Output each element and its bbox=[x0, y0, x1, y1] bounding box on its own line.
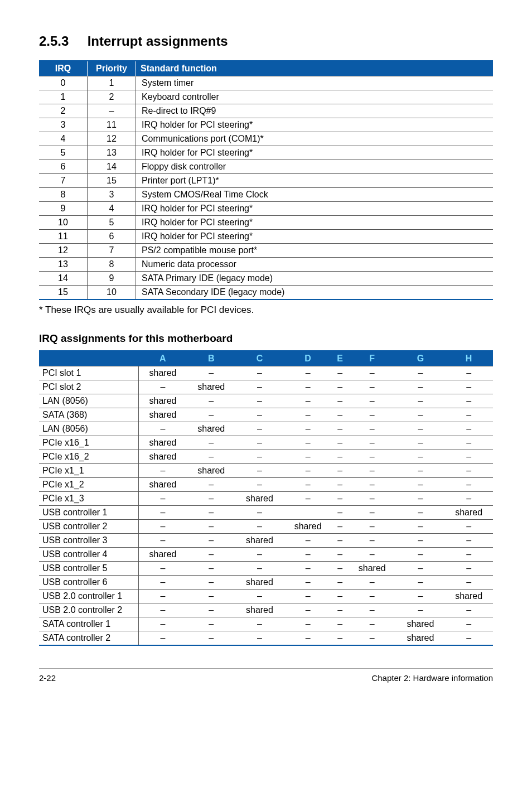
assign-cell: – bbox=[235, 380, 284, 394]
assign-cell: – bbox=[332, 492, 347, 506]
assign-cell: – bbox=[444, 450, 493, 464]
table-row: USB 2.0 controller 1–––––––shared bbox=[39, 590, 493, 603]
table-row: USB 2.0 controller 2––shared––––– bbox=[39, 603, 493, 617]
row-label: PCIe x1_1 bbox=[39, 464, 138, 478]
table-row: USB controller 2–––shared–––– bbox=[39, 520, 493, 534]
function-cell: PS/2 compatible mouse port* bbox=[136, 244, 494, 258]
assign-cell: – bbox=[332, 394, 347, 408]
assign-cell: – bbox=[235, 506, 284, 520]
assign-cell: – bbox=[444, 492, 493, 506]
assign-cell: – bbox=[332, 380, 347, 394]
assign-cell: – bbox=[348, 450, 396, 464]
assign-cell: shared bbox=[235, 603, 284, 617]
assign-cell: – bbox=[396, 380, 445, 394]
assign-cell: – bbox=[444, 534, 493, 548]
priority-cell: 12 bbox=[88, 132, 136, 146]
assign-cell: – bbox=[348, 492, 396, 506]
row-label: USB controller 3 bbox=[39, 534, 138, 548]
section-title: Interrupt assignments bbox=[88, 33, 228, 49]
assign-cell: – bbox=[187, 617, 235, 631]
function-cell: IRQ holder for PCI steering* bbox=[136, 216, 494, 230]
assign-cell: – bbox=[332, 534, 347, 548]
table-row: USB controller 1––––––shared bbox=[39, 506, 493, 520]
assign-cell: – bbox=[332, 366, 347, 380]
assign-cell: – bbox=[332, 590, 347, 603]
assign-cell: shared bbox=[444, 590, 493, 603]
assign-cell: – bbox=[348, 548, 396, 562]
function-cell: System CMOS/Real Time Clock bbox=[136, 188, 494, 202]
irq-cell: 12 bbox=[39, 244, 88, 258]
subheading: IRQ assignments for this motherboard bbox=[39, 332, 493, 345]
assign-cell: – bbox=[138, 631, 187, 646]
assign-cell: – bbox=[396, 478, 445, 492]
irq-cell: 7 bbox=[39, 174, 88, 188]
assign-cell: – bbox=[235, 408, 284, 422]
assign-cell: – bbox=[187, 394, 235, 408]
row-label: USB controller 6 bbox=[39, 576, 138, 590]
assign-cell: – bbox=[284, 576, 332, 590]
assign-cell: – bbox=[444, 562, 493, 576]
assign-cell: – bbox=[332, 617, 347, 631]
priority-cell: 7 bbox=[88, 244, 136, 258]
assign-cell: – bbox=[284, 562, 332, 576]
assign-cell: shared bbox=[138, 408, 187, 422]
row-label: LAN (8056) bbox=[39, 394, 138, 408]
assign-cell: – bbox=[396, 506, 445, 520]
assign-cell: – bbox=[332, 408, 347, 422]
row-label: USB controller 5 bbox=[39, 562, 138, 576]
priority-cell: – bbox=[88, 104, 136, 118]
assign-cell: – bbox=[187, 450, 235, 464]
assign-cell: – bbox=[284, 450, 332, 464]
assign-cell: – bbox=[284, 617, 332, 631]
priority-cell: 14 bbox=[88, 160, 136, 174]
assign-cell: – bbox=[138, 464, 187, 478]
table-row: 149SATA Primary IDE (legacy mode) bbox=[39, 272, 493, 286]
assign-cell: – bbox=[444, 603, 493, 617]
assign-cell: shared bbox=[187, 380, 235, 394]
function-cell: IRQ holder for PCI steering* bbox=[136, 118, 494, 132]
table-row: 2–Re-direct to IRQ#9 bbox=[39, 104, 493, 118]
row-label: PCIe x1_3 bbox=[39, 492, 138, 506]
assign-cell: – bbox=[332, 520, 347, 534]
irq-cell: 11 bbox=[39, 230, 88, 244]
irq-cell: 8 bbox=[39, 188, 88, 202]
function-cell: SATA Primary IDE (legacy mode) bbox=[136, 272, 494, 286]
assign-header-col: E bbox=[332, 351, 347, 366]
assign-cell: – bbox=[348, 394, 396, 408]
table-row: 412Communications port (COM1)* bbox=[39, 132, 493, 146]
irq-cell: 9 bbox=[39, 202, 88, 216]
assign-table: ABCDEFGH PCI slot 1shared–––––––PCI slot… bbox=[39, 350, 493, 646]
assign-cell: – bbox=[332, 548, 347, 562]
assign-cell: shared bbox=[138, 548, 187, 562]
assign-cell: – bbox=[284, 380, 332, 394]
assign-cell: – bbox=[187, 631, 235, 646]
assign-cell: – bbox=[332, 631, 347, 646]
assign-cell: shared bbox=[235, 576, 284, 590]
irq-header-func: Standard function bbox=[136, 61, 494, 76]
assign-cell: – bbox=[444, 478, 493, 492]
assign-cell: – bbox=[444, 576, 493, 590]
section-number: 2.5.3 bbox=[39, 33, 84, 49]
assign-cell: – bbox=[396, 603, 445, 617]
table-row: 01System timer bbox=[39, 76, 493, 90]
assign-cell: – bbox=[396, 450, 445, 464]
assign-cell: – bbox=[138, 534, 187, 548]
assign-cell: – bbox=[396, 436, 445, 450]
priority-cell: 1 bbox=[88, 76, 136, 90]
table-row: PCIe x1_2shared––––––– bbox=[39, 478, 493, 492]
page-footer: 2-22 Chapter 2: Hardware information bbox=[39, 668, 493, 683]
assign-cell: – bbox=[187, 603, 235, 617]
function-cell: Printer port (LPT1)* bbox=[136, 174, 494, 188]
assign-cell: – bbox=[348, 603, 396, 617]
assign-cell: – bbox=[444, 520, 493, 534]
assign-cell: – bbox=[187, 436, 235, 450]
assign-cell: – bbox=[348, 534, 396, 548]
assign-cell: – bbox=[348, 436, 396, 450]
row-label: USB controller 2 bbox=[39, 520, 138, 534]
assign-cell: – bbox=[284, 590, 332, 603]
assign-cell: – bbox=[284, 492, 332, 506]
assign-header-col: G bbox=[396, 351, 445, 366]
footnote: * These IRQs are usually available for P… bbox=[39, 305, 493, 316]
assign-cell: – bbox=[348, 380, 396, 394]
assign-cell: – bbox=[348, 520, 396, 534]
